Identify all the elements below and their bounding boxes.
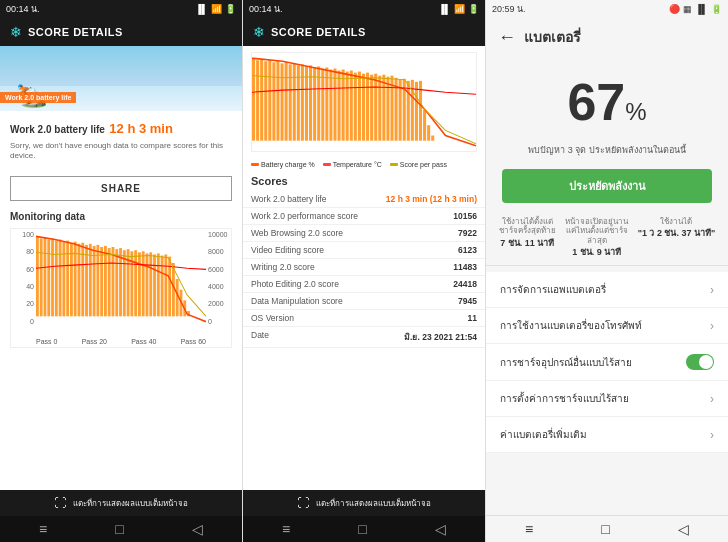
right-header-title: แบตเตอรี่: [524, 26, 581, 48]
svg-rect-54: [305, 66, 308, 140]
hero-label: Work 2.0 battery life: [0, 92, 76, 103]
score-value: 12 h 3 min: [109, 121, 173, 136]
left-chart-inner: [36, 231, 206, 327]
svg-rect-43: [260, 59, 263, 140]
svg-rect-63: [342, 70, 345, 141]
chevron-icon: ›: [710, 392, 714, 406]
svg-rect-32: [157, 253, 160, 316]
menu-item-usage[interactable]: การใช้งานแบตเตอรี่ของโทรศัพท์ ›: [486, 308, 728, 344]
svg-rect-73: [382, 75, 385, 141]
svg-rect-62: [338, 71, 341, 141]
mid-nav-bar: ≡ □ ◁: [243, 516, 485, 542]
table-row: Video Editing score 6123: [243, 242, 485, 259]
wifi-icon: 📶: [211, 4, 222, 14]
svg-rect-64: [346, 72, 349, 141]
mid-bottom-nav[interactable]: ⛶ แตะที่การแสดงผลแบบเต็มหน้าจอ: [243, 490, 485, 516]
left-time: 00:14 น.: [6, 2, 40, 16]
right-nav-bar: ≡ □ ◁: [486, 515, 728, 542]
svg-rect-61: [333, 68, 336, 140]
legend-score: Score per pass: [390, 161, 447, 168]
left-y-labels-right: 10000 8000 6000 4000 2000 0: [206, 229, 231, 327]
right-time: 20:59 น.: [492, 2, 526, 16]
svg-rect-67: [358, 72, 361, 141]
score-section: Work 2.0 battery life 12 h 3 min Sorry, …: [0, 111, 242, 170]
right-notification-icon: 🔴: [669, 4, 680, 14]
svg-rect-21: [115, 249, 118, 316]
menu-icon[interactable]: ≡: [39, 521, 47, 537]
left-bottom-text: แตะที่การแสดงผลแบบเต็มหน้าจอ: [73, 497, 188, 510]
svg-rect-60: [329, 70, 332, 141]
back-icon[interactable]: ◁: [192, 521, 203, 537]
back-button[interactable]: ←: [498, 27, 516, 48]
chevron-icon: ›: [710, 319, 714, 333]
chart-legend: Battery charge % Temperature °C Score pe…: [243, 158, 485, 171]
svg-rect-2: [44, 237, 47, 316]
svg-rect-13: [85, 245, 88, 316]
svg-rect-30: [149, 252, 152, 316]
right-home-icon[interactable]: □: [601, 521, 609, 537]
mid-back-icon[interactable]: ◁: [435, 521, 446, 537]
mid-panel: 00:14 น. ▐▌ 📶 🔋 ❄ SCORE DETAILS: [243, 0, 486, 542]
battery-icon: 🔋: [225, 4, 236, 14]
signal-icon: ▐▌: [195, 4, 208, 14]
right-menu-icon[interactable]: ≡: [525, 521, 533, 537]
left-y-labels: 100 80 60 40 20 0: [11, 229, 36, 327]
svg-rect-68: [362, 74, 365, 141]
legend-score-dot: [390, 163, 398, 166]
mid-bottom-text: แตะที่การแสดงผลแบบเต็มหน้าจอ: [316, 497, 431, 510]
svg-rect-26: [134, 250, 137, 316]
battery-display: 67%: [486, 56, 728, 140]
right-apps-icon: ▦: [683, 4, 692, 14]
mid-menu-icon[interactable]: ≡: [282, 521, 290, 537]
mid-snowflake-icon: ❄: [253, 24, 265, 40]
menu-item-wireless-settings[interactable]: การตั้งค่าการชาร์จแบบไร้สาย ›: [486, 381, 728, 417]
svg-rect-35: [168, 256, 171, 316]
right-back-icon[interactable]: ◁: [678, 521, 689, 537]
toggle-knob: [699, 355, 713, 369]
home-icon[interactable]: □: [115, 521, 123, 537]
mid-status-icons: ▐▌ 📶 🔋: [438, 4, 479, 14]
svg-rect-74: [386, 77, 389, 141]
left-chart: 100 80 60 40 20 0 10000 8000 6000 4000 2…: [10, 228, 232, 348]
left-status-icons: ▐▌ 📶 🔋: [195, 4, 236, 14]
legend-battery-dot: [251, 163, 259, 166]
svg-rect-28: [142, 251, 145, 316]
svg-rect-84: [427, 125, 430, 140]
svg-rect-34: [164, 254, 167, 316]
svg-rect-20: [112, 247, 115, 316]
svg-rect-31: [153, 254, 156, 316]
battery-warning: พบปัญหา 3 จุด ประหยัดพลังงานในตอนนี้: [486, 140, 728, 161]
right-status-icons: 🔴 ▦ ▐▌ 🔋: [669, 4, 722, 14]
chevron-icon: ›: [710, 428, 714, 442]
legend-score-label: Score per pass: [400, 161, 447, 168]
score-label: Work 2.0 battery life: [10, 124, 105, 135]
right-signal-icon: ▐▌: [695, 4, 708, 14]
svg-rect-49: [285, 62, 288, 140]
svg-rect-18: [104, 246, 107, 316]
left-status-bar: 00:14 น. ▐▌ 📶 🔋: [0, 0, 242, 18]
svg-rect-66: [354, 73, 357, 141]
left-bottom-nav[interactable]: ⛶ แตะที่การแสดงผลแบบเต็มหน้าจอ: [0, 490, 242, 516]
monitoring-header: Monitoring data: [0, 207, 242, 224]
mid-home-icon[interactable]: □: [358, 521, 366, 537]
menu-item-manage-app[interactable]: การจัดการแอพแบตเตอรี่ ›: [486, 272, 728, 308]
menu-item-wireless-charging[interactable]: การชาร์จอุปกรณ์อื่นแบบไร้สาย: [486, 344, 728, 381]
svg-rect-81: [415, 82, 418, 141]
left-panel: 00:14 น. ▐▌ 📶 🔋 ❄ SCORE DETAILS 🏔️ ⛷️ Wo…: [0, 0, 243, 542]
mid-chart: [251, 52, 477, 152]
wireless-toggle[interactable]: [686, 354, 714, 370]
svg-rect-27: [138, 252, 141, 316]
menu-list: การจัดการแอพแบตเตอรี่ › การใช้งานแบตเตอร…: [486, 272, 728, 453]
menu-item-more[interactable]: ค่าแบตเตอรี่เพิ่มเติม ›: [486, 417, 728, 453]
svg-rect-53: [301, 64, 304, 140]
battery-symbol: %: [625, 98, 646, 125]
save-energy-button[interactable]: ประหยัดพลังงาน: [502, 169, 712, 203]
table-row: Data Manipulation score 7945: [243, 293, 485, 310]
left-header: ❄ SCORE DETAILS: [0, 18, 242, 46]
share-button[interactable]: SHARE: [10, 176, 232, 201]
svg-rect-29: [146, 253, 149, 316]
right-header: ← แบตเตอรี่: [486, 18, 728, 56]
svg-rect-56: [313, 67, 316, 140]
stat-since-charge: ใช้งานได้ตั้งแต่ชาร์จครั้งสุดท้าย 7 ชน. …: [499, 217, 556, 260]
score-note: Sorry, we don't have enough data to comp…: [10, 141, 232, 162]
